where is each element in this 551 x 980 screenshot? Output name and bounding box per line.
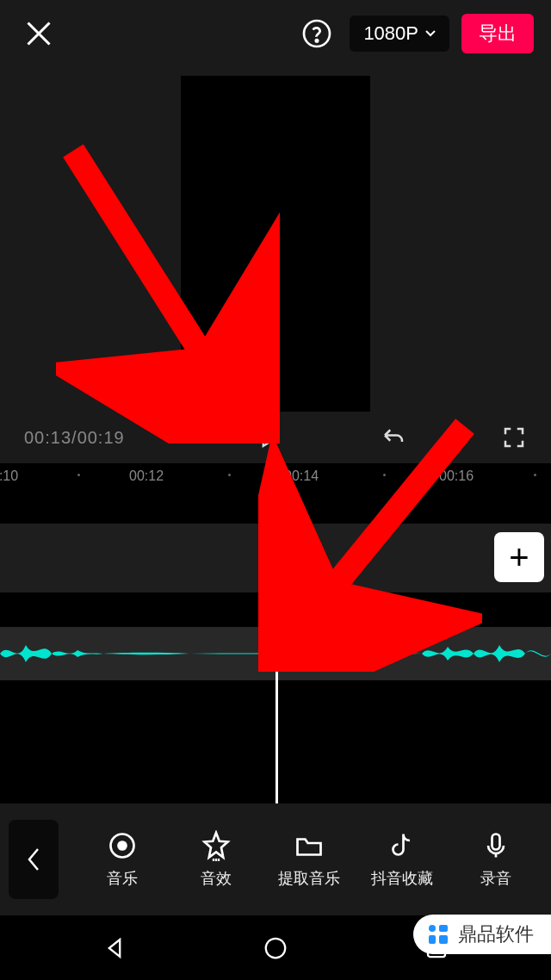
nav-home-icon[interactable]	[263, 935, 288, 961]
music-label: 音乐	[107, 868, 138, 889]
add-clip-button[interactable]: +	[494, 532, 544, 582]
watermark: 鼎品软件	[413, 915, 551, 954]
ruler-tick: 00:16	[439, 468, 474, 484]
fullscreen-icon[interactable]	[501, 425, 527, 450]
nav-back-icon[interactable]	[102, 935, 127, 961]
close-icon[interactable]	[17, 12, 60, 55]
svg-point-7	[266, 938, 286, 958]
svg-rect-11	[429, 935, 436, 944]
record-tool[interactable]: 录音	[449, 830, 542, 889]
timecode-display: 00:13/00:19	[24, 428, 125, 448]
svg-point-1	[316, 40, 318, 41]
timeline[interactable]: 0:10 00:12 00:14 00:16 +	[0, 463, 551, 803]
extract-label: 提取音乐	[278, 868, 340, 889]
ruler-tick: 0:10	[0, 468, 18, 484]
chevron-down-icon	[425, 30, 436, 37]
bottom-toolbar: 音乐 音效 提取音乐 抖音收藏 录音	[0, 803, 551, 915]
preview-area	[0, 67, 551, 412]
effects-tool[interactable]: 音效	[169, 830, 262, 889]
svg-point-9	[429, 925, 436, 932]
extract-tool[interactable]: 提取音乐	[263, 830, 356, 889]
ruler-dot	[534, 474, 536, 476]
ruler-dot	[383, 474, 386, 476]
ruler-tick: 00:12	[129, 468, 164, 484]
svg-point-5	[119, 842, 127, 850]
resolution-label: 1080P	[363, 22, 418, 45]
play-icon[interactable]	[256, 425, 282, 450]
header-bar: 1080P 导出	[0, 0, 551, 67]
ruler-dot	[228, 474, 231, 476]
resolution-dropdown[interactable]: 1080P	[350, 16, 449, 52]
back-button[interactable]	[9, 820, 59, 899]
svg-rect-10	[439, 925, 448, 932]
music-icon	[107, 830, 138, 861]
undo-icon[interactable]	[381, 425, 406, 450]
folder-icon	[294, 830, 325, 861]
playback-controls: 00:13/00:19	[0, 412, 551, 463]
effects-label: 音效	[201, 868, 232, 889]
star-icon	[201, 830, 232, 861]
record-label: 录音	[480, 868, 511, 889]
douyin-label: 抖音收藏	[371, 868, 433, 889]
music-tool[interactable]: 音乐	[76, 830, 169, 889]
watermark-text: 鼎品软件	[458, 921, 534, 947]
microphone-icon	[480, 830, 511, 861]
help-icon[interactable]	[301, 18, 332, 49]
svg-rect-12	[439, 935, 448, 944]
svg-rect-6	[492, 834, 499, 850]
export-button[interactable]: 导出	[461, 14, 534, 53]
redo-icon[interactable]	[441, 425, 467, 450]
timeline-ruler[interactable]: 0:10 00:12 00:14 00:16	[0, 463, 551, 489]
video-preview[interactable]	[181, 76, 370, 412]
douyin-icon	[387, 830, 418, 861]
playhead[interactable]	[276, 489, 278, 803]
watermark-logo-icon	[425, 921, 451, 947]
chevron-left-icon	[26, 847, 41, 872]
ruler-tick: 00:14	[284, 468, 319, 484]
ruler-dot	[77, 474, 80, 476]
douyin-tool[interactable]: 抖音收藏	[356, 830, 449, 889]
plus-icon: +	[509, 538, 529, 577]
